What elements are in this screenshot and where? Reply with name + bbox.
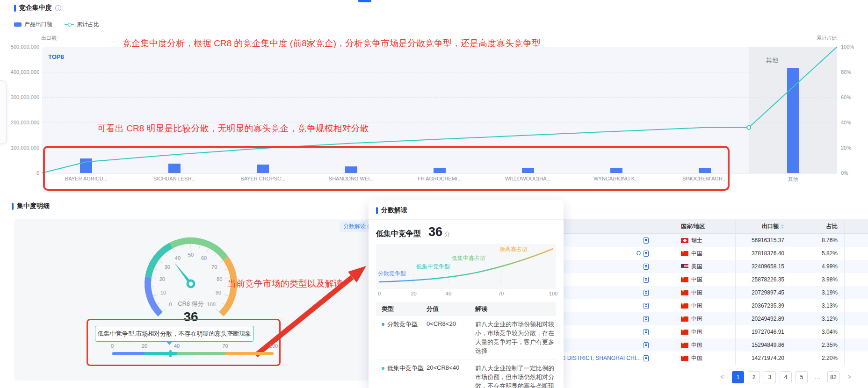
accent-bar — [14, 5, 16, 12]
header-country: 国家/地区 — [675, 219, 735, 233]
country-name: 中国 — [691, 354, 702, 362]
curve-x-tick: 70 — [498, 291, 504, 296]
curve-x-tick: 40 — [446, 291, 451, 296]
page-button-82[interactable]: 82 — [827, 371, 839, 383]
gauge-tick — [199, 245, 200, 248]
share-value: 8.76% — [791, 234, 844, 247]
company-link[interactable]: O — [637, 250, 641, 257]
country-name: 中国 — [691, 250, 702, 258]
section-title: 集中度明细 — [17, 202, 50, 210]
header-extra — [844, 219, 868, 233]
collapsed-drawer-handle[interactable] — [0, 80, 7, 144]
page-title: 竞企集中度 — [19, 4, 52, 12]
report-doc-icon[interactable] — [644, 290, 649, 296]
y-axis-tick-left: 300,000,000 — [0, 94, 39, 100]
report-doc-icon[interactable] — [644, 316, 649, 322]
score-unit: 分 — [444, 230, 450, 238]
flag-icon-cn — [681, 290, 688, 295]
share-value: 3.98% — [791, 273, 844, 286]
header-export[interactable]: 出口额 — [735, 219, 791, 233]
flag-icon-cn — [681, 277, 688, 282]
extra-cell — [844, 338, 868, 352]
country-cell: 中国 — [675, 352, 735, 365]
y-axis-tick-left: 0 — [0, 170, 39, 176]
accent-bar — [12, 203, 14, 210]
curve-x-tick: 100 — [549, 291, 557, 296]
report-doc-icon[interactable] — [644, 277, 649, 283]
y-axis-tick-right: 0% — [841, 170, 848, 176]
next-page-button[interactable]: > — [843, 371, 855, 383]
share-value: 4.99% — [791, 260, 844, 273]
gauge-tick — [224, 269, 227, 270]
slider-tick-label: 70 — [222, 343, 228, 349]
page-button-4[interactable]: 4 — [780, 371, 792, 383]
gauge-tick — [207, 249, 209, 252]
prev-page-button[interactable]: < — [716, 371, 728, 383]
section-header-concentration: 竞企集中度 — [14, 4, 61, 12]
slider-segment — [112, 352, 145, 355]
extra-cell — [844, 260, 868, 273]
line-legend-icon — [65, 24, 74, 25]
slider-tick — [177, 356, 177, 357]
page-ellipsis[interactable]: ... — [811, 371, 824, 383]
report-doc-icon[interactable] — [644, 355, 649, 361]
type-name: 分散竞争型 — [387, 321, 418, 328]
share-value: 2.20% — [791, 352, 844, 365]
slider-tick-label: 0 — [111, 343, 114, 349]
accent-bar — [376, 207, 378, 214]
score-value: 36 — [428, 225, 442, 239]
slider-tick-label: 100 — [269, 343, 278, 349]
page-button-1[interactable]: 1 — [732, 371, 744, 383]
gauge-tick — [165, 254, 167, 256]
header-share: 占比 — [791, 219, 844, 233]
slider-handle[interactable] — [169, 350, 172, 357]
popup-score-row: 低集中竞争型 36 分 — [369, 220, 564, 243]
info-icon[interactable] — [55, 5, 61, 11]
score-curve-svg — [376, 244, 556, 289]
market-type-label: 低集中竞争型 — [376, 229, 421, 239]
gauge-tick — [215, 254, 217, 256]
slider-tick — [258, 356, 258, 357]
extra-cell — [844, 325, 868, 338]
category-label: 其他 — [758, 176, 828, 183]
report-doc-icon[interactable] — [644, 303, 649, 309]
curve-label-low-oligopoly: 低集中寡占型 — [452, 254, 485, 262]
gauge-tick — [152, 287, 154, 287]
country-cell: 美国 — [675, 260, 735, 273]
report-doc-icon[interactable] — [644, 342, 649, 348]
legend-item-cumulative[interactable]: 累计占比 — [65, 21, 99, 29]
sort-icon[interactable] — [781, 224, 784, 229]
report-doc-icon[interactable] — [644, 251, 649, 257]
flag-icon-ch — [681, 238, 688, 243]
y-axis-tick-left: 200,000,000 — [0, 120, 39, 125]
page-button-5[interactable]: 5 — [796, 371, 808, 383]
flag-icon-cn — [681, 356, 688, 361]
gauge-tooltip: 低集中竞争型,市场相对分散，不存在明显的寡头垄断现象 — [95, 326, 254, 342]
report-doc-icon[interactable] — [644, 237, 649, 244]
badge-label: 分数解读 — [343, 223, 366, 230]
legend-item-export[interactable]: 产品出口额 — [14, 21, 52, 29]
slider-tick — [225, 356, 226, 357]
y-axis-tick-left: 500,000,000 — [0, 44, 39, 50]
slider-tick-label: 20 — [142, 343, 147, 349]
extra-cell — [844, 299, 868, 312]
gauge-tick-label: 0 — [169, 302, 172, 307]
export-value: 20249492.89 — [735, 312, 791, 325]
country-cell: 中国 — [675, 325, 735, 338]
y-axis-tick-right: 20% — [841, 145, 851, 151]
export-value: 14271974.20 — [735, 352, 791, 365]
score-row: 低集中竞争型 20<CR8<40 前八大企业控制了一定比例的市场份额，但市场仍然… — [376, 360, 556, 388]
chart-legend: 产品出口额 累计占比 — [14, 21, 99, 29]
export-value: 37818376.40 — [735, 247, 791, 260]
gauge-tick — [163, 309, 166, 311]
popup-title: 分数解读 — [381, 206, 407, 215]
extra-cell — [844, 247, 868, 260]
curve-label-dispersed: 分散竞争型 — [378, 270, 406, 278]
page-button-2[interactable]: 2 — [748, 371, 760, 383]
annotation-gauge: 当前竞争市场的类型以及解读 — [227, 278, 343, 290]
report-doc-icon[interactable] — [644, 264, 649, 270]
page-button-3[interactable]: 3 — [764, 371, 776, 383]
gauge-tick — [154, 269, 157, 270]
share-value: 3.12% — [791, 312, 844, 325]
report-doc-icon[interactable] — [644, 329, 649, 335]
